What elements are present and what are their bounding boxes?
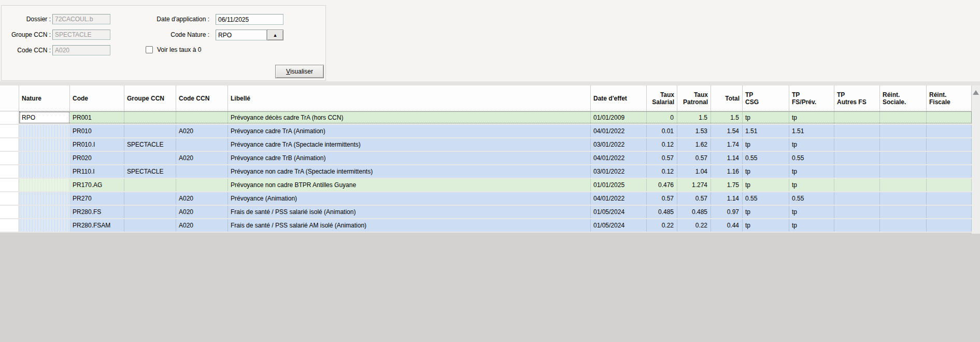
- cell-libelle[interactable]: Frais de santé / PSS salarié isolé (Anim…: [228, 206, 591, 218]
- cell-code[interactable]: PR020: [70, 152, 124, 164]
- cell-total[interactable]: 1.5: [711, 111, 743, 124]
- cell-code[interactable]: PR270: [70, 192, 124, 205]
- cell-tp_autres_fs[interactable]: [834, 219, 880, 232]
- table-row-PR280.FS[interactable]: PR280.FSA020Frais de santé / PSS salarié…: [0, 206, 972, 219]
- cell-code_ccn[interactable]: [176, 179, 228, 191]
- cell-taux_patronal[interactable]: 0.22: [677, 219, 711, 232]
- cell-tp_autres_fs[interactable]: [834, 206, 880, 218]
- cell-total[interactable]: 1.14: [711, 192, 743, 205]
- cell-nature[interactable]: [19, 165, 70, 178]
- cell-total[interactable]: 1.14: [711, 152, 743, 164]
- cell-nature[interactable]: [19, 206, 70, 218]
- cell-date_effet[interactable]: 03/01/2022: [591, 138, 647, 151]
- cell-code_ccn[interactable]: [176, 111, 228, 124]
- cell-tp_fs_prev[interactable]: tp: [789, 206, 834, 218]
- cell-groupe_ccn[interactable]: [124, 125, 176, 137]
- cell-code_ccn[interactable]: A020: [176, 125, 228, 137]
- cell-code_ccn[interactable]: [176, 138, 228, 151]
- cell-taux_salarial[interactable]: 0.485: [647, 206, 677, 218]
- cell-taux_salarial[interactable]: 0.57: [647, 152, 677, 164]
- cell-taux_patronal[interactable]: 1.5: [677, 111, 711, 124]
- cell-libelle[interactable]: Prévoyance (Animation): [228, 192, 591, 205]
- cell-libelle[interactable]: Prévoyance cadre TrB (Animation): [228, 152, 591, 164]
- cell-date_effet[interactable]: 01/01/2025: [591, 179, 647, 191]
- scroll-up-icon[interactable]: [973, 90, 979, 95]
- cell-reint_sociale[interactable]: [880, 206, 927, 218]
- cell-code_ccn[interactable]: A020: [176, 219, 228, 232]
- cell-nature[interactable]: [19, 219, 70, 232]
- cell-tp_csg[interactable]: tp: [743, 206, 789, 218]
- cell-taux_salarial[interactable]: 0: [647, 111, 677, 124]
- cell-reint_sociale[interactable]: [880, 192, 927, 205]
- cell-taux_salarial[interactable]: 0.12: [647, 165, 677, 178]
- table-row-PR010.I[interactable]: PR010.ISPECTACLEPrévoyance cadre TrA (Sp…: [0, 138, 972, 152]
- cell-reint_sociale[interactable]: [880, 152, 927, 164]
- cell-taux_patronal[interactable]: 1.62: [677, 138, 711, 151]
- cell-nature[interactable]: [19, 138, 70, 151]
- cell-reint_sociale[interactable]: [880, 138, 927, 151]
- cell-tp_csg[interactable]: 0.55: [743, 192, 789, 205]
- cell-libelle[interactable]: Prévoyance non cadre TrA (Spectacle inte…: [228, 165, 591, 178]
- cell-taux_patronal[interactable]: 1.53: [677, 125, 711, 137]
- table-row-PR001[interactable]: RPOPR001Prévoyance décès cadre TrA (hors…: [0, 111, 972, 125]
- cell-code[interactable]: PR001: [70, 111, 124, 124]
- cell-code_ccn[interactable]: A020: [176, 192, 228, 205]
- cell-tp_fs_prev[interactable]: 0.55: [789, 152, 834, 164]
- cell-tp_csg[interactable]: tp: [743, 138, 789, 151]
- cell-code[interactable]: PR010.I: [70, 138, 124, 151]
- cell-tp_csg[interactable]: tp: [743, 165, 789, 178]
- cell-tp_fs_prev[interactable]: tp: [789, 111, 834, 124]
- cell-total[interactable]: 1.54: [711, 125, 743, 137]
- table-row-PR110.I[interactable]: PR110.ISPECTACLEPrévoyance non cadre TrA…: [0, 165, 972, 179]
- cell-tp_autres_fs[interactable]: [834, 138, 880, 151]
- cell-taux_patronal[interactable]: 0.485: [677, 206, 711, 218]
- cell-tp_csg[interactable]: 1.51: [743, 125, 789, 137]
- voir-taux-checkbox[interactable]: [146, 46, 153, 53]
- cell-date_effet[interactable]: 04/01/2022: [591, 152, 647, 164]
- cell-tp_fs_prev[interactable]: tp: [789, 179, 834, 191]
- table-row-PR010[interactable]: PR010A020Prévoyance cadre TrA (Animation…: [0, 125, 972, 138]
- cell-date_effet[interactable]: 01/05/2024: [591, 206, 647, 218]
- cell-code_ccn[interactable]: A020: [176, 206, 228, 218]
- cell-reint_fiscale[interactable]: [927, 152, 972, 164]
- cell-reint_fiscale[interactable]: [927, 111, 972, 124]
- cell-reint_fiscale[interactable]: [927, 165, 972, 178]
- cell-reint_fiscale[interactable]: [927, 192, 972, 205]
- visualiser-button[interactable]: Visualiser: [275, 65, 324, 78]
- table-row-PR020[interactable]: PR020A020Prévoyance cadre TrB (Animation…: [0, 152, 972, 165]
- cell-groupe_ccn[interactable]: [124, 152, 176, 164]
- code-nature-field[interactable]: [216, 30, 267, 40]
- cell-tp_csg[interactable]: tp: [743, 111, 789, 124]
- cell-taux_salarial[interactable]: 0.12: [647, 138, 677, 151]
- table-row-PR270[interactable]: PR270A020Prévoyance (Animation)04/01/202…: [0, 192, 972, 206]
- cell-tp_csg[interactable]: 0.55: [743, 152, 789, 164]
- cell-code[interactable]: PR280.FS: [70, 206, 124, 218]
- cell-tp_autres_fs[interactable]: [834, 192, 880, 205]
- cell-taux_patronal[interactable]: 0.57: [677, 192, 711, 205]
- cell-code_ccn[interactable]: [176, 165, 228, 178]
- cell-groupe_ccn[interactable]: [124, 111, 176, 124]
- cell-date_effet[interactable]: 01/05/2024: [591, 219, 647, 232]
- cell-nature[interactable]: [19, 125, 70, 137]
- cell-taux_patronal[interactable]: 1.04: [677, 165, 711, 178]
- cell-date_effet[interactable]: 04/01/2022: [591, 192, 647, 205]
- code-nature-spin-button[interactable]: ▲: [267, 30, 283, 40]
- cell-libelle[interactable]: Prévoyance cadre TrA (Animation): [228, 125, 591, 137]
- cell-tp_fs_prev[interactable]: 0.55: [789, 192, 834, 205]
- table-row-PR280.FSAM[interactable]: PR280.FSAMA020Frais de santé / PSS salar…: [0, 219, 972, 233]
- cell-reint_sociale[interactable]: [880, 125, 927, 137]
- cell-groupe_ccn[interactable]: [124, 206, 176, 218]
- cell-nature[interactable]: RPO: [19, 111, 70, 124]
- cell-total[interactable]: 1.75: [711, 179, 743, 191]
- cell-tp_csg[interactable]: tp: [743, 219, 789, 232]
- cell-reint_sociale[interactable]: [880, 179, 927, 191]
- cell-taux_salarial[interactable]: 0.01: [647, 125, 677, 137]
- cell-libelle[interactable]: Prévoyance cadre TrA (Spectacle intermit…: [228, 138, 591, 151]
- vertical-scrollbar[interactable]: [972, 86, 980, 234]
- cell-groupe_ccn[interactable]: [124, 179, 176, 191]
- cell-tp_autres_fs[interactable]: [834, 152, 880, 164]
- cell-taux_salarial[interactable]: 0.57: [647, 192, 677, 205]
- cell-nature[interactable]: [19, 152, 70, 164]
- cell-reint_fiscale[interactable]: [927, 206, 972, 218]
- cell-code[interactable]: PR010: [70, 125, 124, 137]
